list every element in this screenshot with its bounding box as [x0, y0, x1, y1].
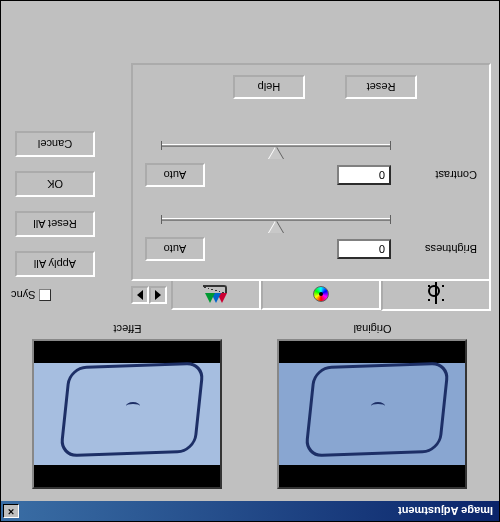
- brightness-row: Brightness 0 Auto: [145, 237, 477, 261]
- tab-strip: Sync: [9, 279, 491, 311]
- tab-curves[interactable]: [171, 280, 261, 310]
- help-button[interactable]: Help: [233, 75, 305, 99]
- preview-row: Original Effect: [9, 321, 491, 493]
- sun-icon: [427, 284, 445, 302]
- ok-button[interactable]: OK: [15, 171, 95, 197]
- sync-label: Sync: [11, 289, 35, 301]
- contrast-slider[interactable]: [161, 137, 391, 155]
- reset-all-button[interactable]: Reset All: [15, 211, 95, 237]
- contrast-label: Contrast: [391, 169, 477, 181]
- contrast-slider-thumb[interactable]: [269, 147, 283, 159]
- brightness-auto-button[interactable]: Auto: [145, 237, 205, 261]
- tab-scroll-left-button[interactable]: [149, 286, 167, 304]
- titlebar: Image Adjustment ×: [1, 501, 499, 521]
- preview-original-image: [278, 339, 468, 489]
- preview-effect-label: Effect: [15, 323, 240, 335]
- tab-scroll-right-button[interactable]: [131, 286, 149, 304]
- brightness-slider[interactable]: [161, 211, 391, 229]
- window-close-button[interactable]: ×: [3, 504, 19, 518]
- apply-all-button[interactable]: Apply All: [15, 251, 95, 277]
- chevron-right-icon: [137, 290, 143, 300]
- preview-original-label: Original: [260, 323, 485, 335]
- contrast-auto-button[interactable]: Auto: [145, 163, 205, 187]
- reset-button[interactable]: Reset: [345, 75, 417, 99]
- brightness-slider-thumb[interactable]: [269, 221, 283, 233]
- side-button-column: Apply All Reset All OK Cancel: [15, 131, 95, 277]
- preview-original-column: Original: [260, 323, 485, 489]
- sync-group: Sync: [9, 289, 51, 301]
- window-title: Image Adjustment: [19, 505, 497, 517]
- tab-color-balance[interactable]: [261, 280, 381, 310]
- preview-effect-column: Effect: [15, 323, 240, 489]
- image-adjustment-window: Image Adjustment × Original Effect: [0, 0, 500, 522]
- brightness-input[interactable]: 0: [337, 239, 391, 259]
- tab-brightness-contrast[interactable]: [381, 277, 491, 311]
- preview-effect-image: [33, 339, 223, 489]
- adjustment-panel: Brightness 0 Auto Contrast 0 Auto Reset …: [131, 63, 491, 281]
- contrast-input[interactable]: 0: [337, 165, 391, 185]
- brightness-label: Brightness: [391, 243, 477, 255]
- window-body: Original Effect: [1, 1, 499, 501]
- panel-button-row: Reset Help: [233, 75, 477, 99]
- curves-icon: [205, 285, 227, 303]
- tab-scroll-arrows: [131, 286, 167, 304]
- color-wheel-icon: [313, 286, 329, 302]
- cancel-button[interactable]: Cancel: [15, 131, 95, 157]
- contrast-row: Contrast 0 Auto: [145, 163, 477, 187]
- sync-checkbox[interactable]: [39, 289, 51, 301]
- chevron-left-icon: [155, 290, 161, 300]
